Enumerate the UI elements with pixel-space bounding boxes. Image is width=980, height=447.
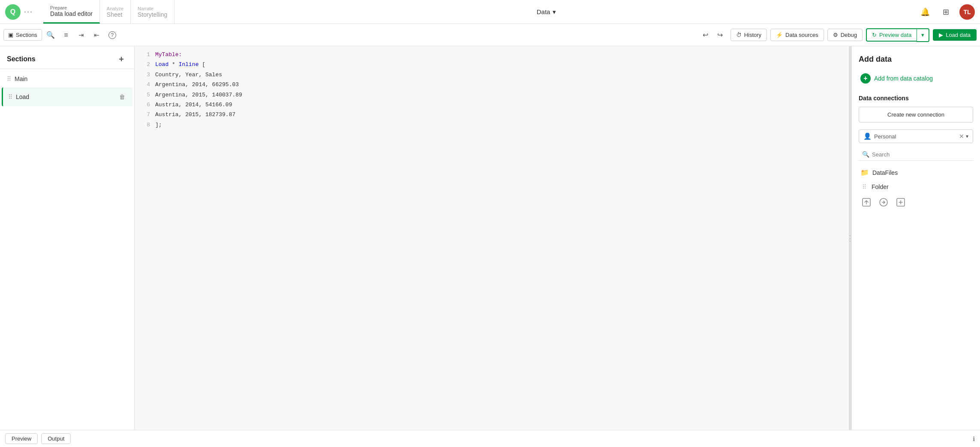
line-num-6: 6 bbox=[135, 100, 150, 110]
upload-icon bbox=[862, 198, 871, 207]
action-icons bbox=[859, 193, 973, 212]
add-from-catalog-button[interactable]: + Add from data catalog bbox=[859, 71, 973, 86]
personal-icon: 👤 bbox=[863, 132, 872, 140]
load-data-label: Load data bbox=[946, 32, 971, 38]
data-connections-title: Data connections bbox=[859, 95, 973, 102]
format-button[interactable]: ≡ bbox=[59, 28, 73, 42]
debug-icon: ⚙ bbox=[833, 32, 838, 38]
drag-handle-load: ⠿ bbox=[8, 93, 12, 100]
filter-row: 👤 Personal ✕ ▾ bbox=[859, 129, 973, 143]
line-numbers: 1 2 3 4 5 6 7 8 bbox=[135, 50, 155, 426]
format-icon: ≡ bbox=[64, 31, 68, 39]
data-sources-label: Data sources bbox=[785, 32, 818, 38]
sidebar-item-load[interactable]: ⠿ Load 🗑 bbox=[2, 87, 132, 106]
editor-area: 1 2 3 4 5 6 7 8 MyTable: Load * Inline [… bbox=[135, 46, 849, 430]
nav-narrate-top: Narrate bbox=[138, 6, 167, 11]
app-grid[interactable]: ⊞ bbox=[939, 5, 953, 19]
filter-chevron-icon[interactable]: ▾ bbox=[966, 133, 968, 139]
datafiles-label: DataFiles bbox=[872, 169, 898, 176]
sections-btn-label: Sections bbox=[16, 32, 37, 38]
main-layout: Sections + ⠿ Main ⠿ Load 🗑 1 2 3 4 5 bbox=[0, 46, 980, 430]
line-num-4: 4 bbox=[135, 80, 150, 90]
info-icon: ℹ bbox=[973, 435, 975, 442]
line-num-3: 3 bbox=[135, 70, 150, 80]
folder-row[interactable]: ⠿ Folder bbox=[859, 181, 973, 193]
line-num-2: 2 bbox=[135, 60, 150, 69]
line-num-1: 1 bbox=[135, 50, 150, 60]
edit-icon bbox=[896, 198, 905, 207]
top-nav: Q ··· Prepare Data load editor Analyze S… bbox=[0, 0, 980, 24]
line-num-7: 7 bbox=[135, 110, 150, 120]
code-content: MyTable: Load * Inline [ Country, Year, … bbox=[155, 50, 849, 426]
preview-data-arrow[interactable]: ▾ bbox=[917, 28, 929, 42]
preview-tab[interactable]: Preview bbox=[5, 433, 38, 444]
data-button[interactable]: Data ▾ bbox=[531, 6, 562, 18]
code-line-2: Load * Inline [ bbox=[155, 60, 849, 69]
undo-button[interactable]: ↩ bbox=[699, 28, 712, 42]
right-panel: Add data + Add from data catalog Data co… bbox=[851, 46, 980, 430]
search-input[interactable] bbox=[872, 151, 970, 158]
sidebar-item-main[interactable]: ⠿ Main bbox=[2, 71, 132, 87]
preview-data-button[interactable]: ↻ Preview data bbox=[866, 28, 917, 42]
qlik-logo[interactable]: Q ··· bbox=[5, 4, 33, 20]
code-line-1: MyTable: bbox=[155, 50, 849, 60]
redo-icon: ↪ bbox=[717, 31, 723, 39]
action-icon-1[interactable] bbox=[860, 196, 872, 208]
data-sources-icon: ⚡ bbox=[776, 32, 783, 38]
line-num-8: 8 bbox=[135, 120, 150, 130]
nav-narrate-bottom: Storytelling bbox=[138, 11, 167, 18]
search-icon: 🔍 bbox=[862, 151, 869, 158]
search-icon: 🔍 bbox=[46, 31, 55, 39]
filter-right: ✕ ▾ bbox=[959, 133, 968, 140]
sidebar-title: Sections bbox=[7, 55, 36, 63]
add-section-button[interactable]: + bbox=[115, 53, 127, 65]
code-line-7: Austria, 2015, 182739.87 bbox=[155, 110, 849, 120]
datafiles-row[interactable]: 📁 DataFiles bbox=[859, 166, 973, 179]
data-sources-button[interactable]: ⚡ Data sources bbox=[770, 29, 824, 41]
sections-button[interactable]: ▣ Sections bbox=[3, 29, 42, 41]
preview-data-icon: ↻ bbox=[872, 32, 877, 38]
folder-resize-icon: ⠿ bbox=[862, 183, 866, 190]
toolbar: ▣ Sections 🔍 ≡ ⇥ ⇤ ? ↩ ↪ ⏱ History ⚡ D bbox=[0, 24, 980, 46]
line-num-5: 5 bbox=[135, 90, 150, 100]
grid-icon: ⊞ bbox=[943, 7, 949, 17]
add-data-title: Add data bbox=[859, 55, 973, 64]
nav-analyze[interactable]: Analyze Sheet bbox=[100, 0, 131, 24]
output-tab[interactable]: Output bbox=[41, 433, 71, 444]
create-connection-button[interactable]: Create new connection bbox=[859, 107, 973, 123]
indent-button[interactable]: ⇥ bbox=[75, 28, 88, 42]
history-button[interactable]: ⏱ History bbox=[730, 29, 767, 41]
load-data-icon: ▶ bbox=[939, 32, 943, 38]
preview-data-group: ↻ Preview data ▾ bbox=[866, 28, 929, 42]
nav-prepare-top: Prepare bbox=[50, 5, 93, 10]
debug-button[interactable]: ⚙ Debug bbox=[827, 29, 863, 41]
notification-bell[interactable]: 🔔 bbox=[918, 5, 932, 19]
info-button[interactable]: ℹ bbox=[973, 435, 975, 442]
search-button[interactable]: 🔍 bbox=[44, 28, 57, 42]
nav-prepare[interactable]: Prepare Data load editor bbox=[43, 0, 100, 24]
toolbar-right: ↩ ↪ ⏱ History ⚡ Data sources ⚙ Debug ↻ P… bbox=[699, 28, 977, 42]
datafiles-folder-icon: 📁 bbox=[860, 168, 869, 177]
link-icon bbox=[879, 198, 888, 207]
data-btn-label: Data bbox=[537, 8, 550, 15]
sidebar-header: Sections + bbox=[0, 46, 134, 69]
sidebar-divider bbox=[0, 69, 134, 69]
qlik-logo-mark: Q bbox=[5, 4, 21, 20]
action-icon-2[interactable] bbox=[878, 196, 890, 208]
redo-button[interactable]: ↪ bbox=[713, 28, 727, 42]
preview-data-chevron: ▾ bbox=[921, 32, 924, 38]
filter-clear-button[interactable]: ✕ bbox=[959, 133, 964, 140]
delete-section-button[interactable]: 🗑 bbox=[117, 92, 127, 102]
output-tab-label: Output bbox=[48, 435, 64, 442]
nav-right: 🔔 ⊞ TL bbox=[918, 4, 975, 20]
outdent-button[interactable]: ⇤ bbox=[90, 28, 104, 42]
code-editor[interactable]: 1 2 3 4 5 6 7 8 MyTable: Load * Inline [… bbox=[135, 46, 849, 430]
qlik-menu-dots[interactable]: ··· bbox=[24, 7, 33, 16]
outdent-icon: ⇤ bbox=[94, 31, 99, 39]
action-icon-3[interactable] bbox=[895, 196, 907, 208]
add-catalog-label: Add from data catalog bbox=[874, 75, 933, 82]
help-button[interactable]: ? bbox=[105, 28, 119, 42]
user-avatar[interactable]: TL bbox=[959, 4, 975, 20]
nav-narrate[interactable]: Narrate Storytelling bbox=[131, 0, 174, 24]
load-data-button[interactable]: ▶ Load data bbox=[933, 29, 977, 41]
